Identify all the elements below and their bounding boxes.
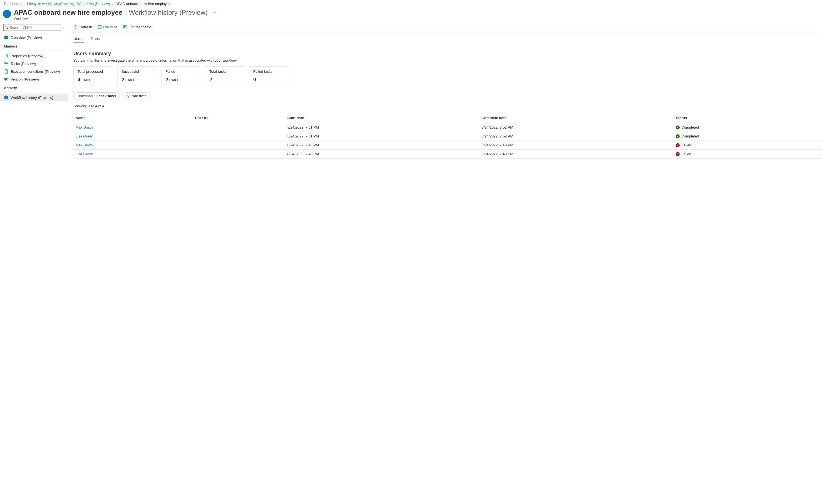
add-filter-button[interactable]: Add filter	[122, 92, 149, 99]
sidebar-group-manage: Manage	[0, 41, 68, 49]
breadcrumb-current: APAC onboard new hire employee	[116, 2, 171, 6]
document-icon	[4, 69, 8, 74]
toolbar: Refresh Columns Got feedback?	[73, 22, 822, 32]
card-value: 0	[253, 77, 256, 83]
section-title: Users summary	[73, 51, 822, 57]
columns-button[interactable]: Columns	[97, 25, 117, 29]
card-label: Failed	[165, 69, 196, 74]
filter-label: Add filter	[132, 94, 146, 98]
card-value: 2	[121, 77, 124, 83]
sort-desc-icon: ↓	[305, 116, 307, 120]
card-total-processed: Total processed 4users	[73, 66, 112, 86]
tabs: Users Runs	[73, 32, 822, 43]
user-link[interactable]: Lisa Green	[76, 152, 93, 156]
sidebar-group-activity: Activity	[0, 83, 68, 91]
card-label: Total processed	[77, 69, 108, 74]
svg-point-16	[6, 96, 6, 97]
col-name[interactable]: Name	[73, 113, 193, 123]
sidebar-item-label: Version (Preview)	[11, 77, 39, 81]
card-total-tasks: Total tasks 2	[205, 66, 244, 86]
sidebar-item-overview[interactable]: Overview (Preview)	[0, 34, 68, 41]
properties-icon	[4, 54, 8, 58]
breadcrumb: Dashboard › Lifecycle workflows (Preview…	[0, 0, 822, 7]
sidebar-item-workflow-history[interactable]: Workflow history (Preview)	[0, 94, 68, 101]
svg-line-3	[7, 28, 8, 29]
cell-complete: 8/24/2022, 7:48 PM	[479, 141, 674, 150]
sidebar-item-label: Overview (Preview)	[11, 36, 42, 40]
table-row: Max Smith8/24/2022, 7:51 PM8/24/2022, 7:…	[73, 123, 822, 132]
sidebar-item-execution-conditions[interactable]: Execution conditions (Preview)	[0, 67, 68, 75]
sidebar-item-properties[interactable]: Properties (Preview)	[0, 52, 68, 60]
summary-cards: Total processed 4users Successful 2users…	[73, 66, 822, 86]
success-icon: ✓	[676, 126, 680, 129]
cell-userid	[193, 132, 285, 141]
tab-users[interactable]: Users	[73, 36, 84, 43]
svg-point-2	[5, 26, 7, 28]
filter-bar: Timespan : Last 7 days Add filter	[73, 92, 822, 99]
info-icon	[4, 35, 8, 40]
search-input-wrapper[interactable]	[3, 24, 61, 31]
refresh-button[interactable]: Refresh	[73, 25, 92, 29]
collapse-sidebar-icon[interactable]: «	[62, 26, 64, 30]
more-icon[interactable]: ⋯	[212, 10, 217, 15]
card-label: Total tasks	[209, 69, 240, 74]
success-icon: ✓	[676, 134, 680, 138]
svg-point-21	[123, 26, 125, 27]
page-title: APAC onboard new hire employee	[14, 9, 122, 16]
card-label: Successful	[121, 69, 152, 74]
tasks-icon	[4, 61, 8, 66]
table-row: Lisa Green8/24/2022, 7:48 PM8/24/2022, 7…	[73, 150, 822, 159]
filter-timespan[interactable]: Timespan : Last 7 days	[73, 92, 120, 99]
user-link[interactable]: Max Smith	[76, 143, 92, 147]
info-icon	[4, 95, 8, 100]
result-count: Showing 1 to 4 of 4	[73, 104, 822, 108]
results-table: Name User ID Start date↓ Complete date S…	[73, 113, 822, 159]
cell-userid	[193, 150, 285, 159]
chevron-right-icon: ›	[112, 2, 113, 6]
breadcrumb-lifecycle[interactable]: Lifecycle workflows (Preview) | Workflow…	[27, 2, 110, 6]
search-icon	[5, 26, 8, 29]
user-link[interactable]: Max Smith	[76, 125, 92, 129]
cell-start: 8/24/2022, 7:48 PM	[285, 141, 479, 150]
section-description: You can monitor and investigate the diff…	[73, 58, 822, 62]
col-completedate[interactable]: Complete date	[479, 113, 674, 123]
card-successful: Successful 2users	[117, 66, 156, 86]
cell-start: 8/24/2022, 7:51 PM	[285, 132, 479, 141]
sidebar-item-tasks[interactable]: Tasks (Preview)	[0, 60, 68, 67]
table-row: Lisa Green8/24/2022, 7:51 PM8/24/2022, 7…	[73, 132, 822, 141]
version-icon	[4, 77, 8, 81]
cell-start: 8/24/2022, 7:48 PM	[285, 150, 479, 159]
card-suffix: users	[125, 78, 134, 82]
svg-rect-18	[98, 26, 101, 28]
sidebar-item-label: Tasks (Preview)	[11, 62, 36, 66]
svg-rect-7	[5, 54, 5, 57]
svg-rect-13	[4, 78, 7, 80]
toolbar-label: Refresh	[79, 25, 92, 29]
user-link[interactable]: Lisa Green	[76, 134, 93, 138]
col-status[interactable]: Status	[674, 113, 822, 123]
filter-label: Timespan :	[77, 94, 95, 98]
filter-icon	[126, 94, 130, 98]
card-value: 4	[77, 77, 80, 83]
sidebar-item-version[interactable]: Version (Preview)	[0, 75, 68, 83]
cell-userid	[193, 141, 285, 150]
info-icon	[3, 10, 11, 18]
sidebar-item-label: Properties (Preview)	[11, 54, 43, 58]
cell-start: 8/24/2022, 7:51 PM	[285, 123, 479, 132]
col-startdate[interactable]: Start date↓	[285, 113, 479, 123]
tab-runs[interactable]: Runs	[91, 36, 100, 43]
error-icon: ✕	[676, 143, 680, 147]
toolbar-label: Columns	[103, 25, 117, 29]
sidebar-item-label: Execution conditions (Preview)	[11, 69, 60, 74]
toolbar-label: Got feedback?	[129, 25, 152, 29]
card-failed: Failed 2users	[161, 66, 200, 86]
page-header: APAC onboard new hire employee | Workflo…	[0, 7, 822, 22]
col-userid[interactable]: User ID	[193, 113, 285, 123]
page-title-suffix: | Workflow history (Preview)	[125, 9, 208, 16]
breadcrumb-dashboard[interactable]: Dashboard	[4, 2, 22, 6]
page-subtitle: Workflow	[14, 17, 217, 21]
chevron-right-icon: ›	[24, 2, 25, 6]
search-input[interactable]	[9, 25, 59, 30]
svg-point-5	[6, 36, 6, 37]
feedback-button[interactable]: Got feedback?	[122, 25, 152, 29]
